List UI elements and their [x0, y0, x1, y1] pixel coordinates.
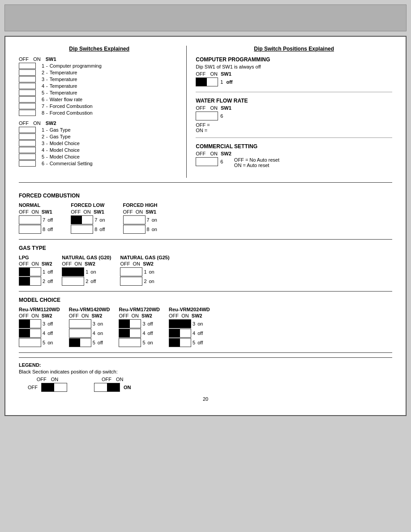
fc-forced-low: FORCED LOW OFF ON SW1	[71, 202, 105, 234]
fc-container: NORMAL OFF ON SW1	[19, 202, 392, 234]
sw1-dip-1	[19, 63, 36, 69]
commercial-dip	[196, 157, 218, 166]
water-sw-header: OFF ON SW1	[196, 105, 392, 111]
legend-on-word: ON	[124, 385, 131, 390]
legend-off-item: OFF ON OFF	[28, 377, 67, 392]
sw1-row-3: 3 - Temperature	[19, 76, 180, 82]
model-2024-name: Reu-VRM2024WD	[169, 307, 210, 312]
sw2-row-1: 1 - Gas Type	[19, 127, 180, 133]
g20-title: NATURAL GAS (G20)	[62, 255, 111, 260]
lpg-title: LPG	[19, 255, 53, 260]
page-number: 20	[19, 396, 392, 402]
sw1-row-1: 1 - Computer programming	[19, 63, 180, 69]
model-1120: Reu-VRM1120WD OFF ON SW2 3 off	[19, 307, 60, 347]
model-1720: Reu-VRM1720WD OFF ON SW2 3 off	[119, 307, 160, 347]
sw2-off-label: OFF	[19, 120, 29, 126]
sw1-row-2: 2 - Temperature	[19, 69, 180, 76]
left-column: Dip Switches Explained OFF ON SW1	[19, 46, 187, 178]
sw2-row-4: 4 - Model Choice	[19, 147, 180, 153]
computer-sub: Dip SW1 of SW1 is always off	[196, 64, 392, 69]
legend-sub: Black Section indicates position of dip …	[19, 369, 392, 374]
commercial-sw-row: 6	[196, 157, 231, 166]
sw2-row-5: 5 - Model Choice	[19, 154, 180, 160]
sw1-dip-2	[19, 69, 36, 76]
sw2-label: SW2	[46, 120, 56, 126]
model-1720-name: Reu-VRM1720WD	[119, 307, 160, 312]
model-2024: Reu-VRM2024WD OFF ON SW2 3 on	[169, 307, 210, 347]
sw1-dip-7	[19, 103, 36, 109]
fc-normal-title: NORMAL	[19, 202, 53, 208]
sw1-row-6: 6 - Water flow rate	[19, 96, 180, 103]
water-on-eq: ON =	[196, 128, 392, 133]
gas-type-title: GAS TYPE	[19, 245, 392, 251]
sw1-row-7: 7 - Forced Combustion	[19, 103, 180, 109]
sw1-header: OFF ON SW1	[19, 56, 180, 62]
sw2-row-6: 6 - Commercial Setting	[19, 160, 180, 167]
computer-val: off	[226, 79, 232, 85]
model-choice-title: MODEL CHOICE	[19, 297, 392, 303]
legend-on-off-label: OFF	[102, 377, 111, 382]
forced-combustion-title: FORCED COMBUSTION	[19, 193, 392, 199]
sw1-dip-4	[19, 83, 36, 89]
top-section: Dip Switches Explained OFF ON SW1	[19, 46, 392, 183]
water-flow-section: WATER FLOW RATE OFF ON SW1 6	[196, 98, 392, 138]
right-column: Dip Switch Positions Explained COMPUTER …	[187, 46, 392, 178]
legend-title: LEGEND:	[19, 362, 392, 368]
model-1420: Reu-VRM1420WD OFF ON SW2 3 on	[69, 307, 110, 347]
water-title: WATER FLOW RATE	[196, 98, 392, 104]
fc-low-title: FORCED LOW	[71, 202, 105, 208]
water-sw-row: 6	[196, 112, 392, 120]
sw1-dip-1-on	[27, 63, 35, 69]
gas-g25: NATURAL GAS (G25) OFF ON SW2 1 on	[120, 255, 169, 286]
right-title: Dip Switch Positions Explained	[196, 46, 392, 52]
sw1-row-5: 5 - Temperature	[19, 90, 180, 96]
commercial-section: COMMERCIAL SETTING OFF ON SW2	[196, 143, 392, 172]
gas-lpg: LPG OFF ON SW2 1 off	[19, 255, 53, 286]
legend-on-item: OFF ON ON	[94, 377, 131, 392]
model-1120-name: Reu-VRM1120WD	[19, 307, 60, 312]
computer-title: COMPUTER PROGRAMMING	[196, 56, 392, 63]
sw1-on-label: ON	[33, 56, 41, 62]
model-choice-container: Reu-VRM1120WD OFF ON SW2 3 off	[19, 307, 392, 347]
legend-off-word: OFF	[28, 385, 38, 390]
sw1-dip-6	[19, 96, 36, 103]
page-wrapper: Dip Switches Explained OFF ON SW1	[0, 0, 411, 532]
legend-off-on-label: ON	[51, 377, 59, 382]
main-content: Dip Switches Explained OFF ON SW1	[4, 36, 407, 416]
sw1-dip-5	[19, 90, 36, 96]
g25-title: NATURAL GAS (G25)	[120, 255, 169, 260]
computer-dip	[196, 77, 218, 86]
legend-on-on-label: ON	[116, 377, 124, 382]
sw1-dip-8	[19, 110, 36, 116]
fc-high-title: FORCED HIGH	[123, 202, 158, 208]
legend-items: OFF ON OFF	[28, 377, 392, 392]
computer-programming-section: COMPUTER PROGRAMMING Dip SW1 of SW1 is a…	[196, 56, 392, 92]
gas-g20: NATURAL GAS (G20) OFF ON SW2 1 on	[62, 255, 111, 286]
fc-forced-high: FORCED HIGH OFF ON SW1	[123, 202, 158, 234]
sw2-row-2: 2 - Gas Type	[19, 133, 180, 140]
header-bar	[4, 4, 407, 31]
water-dip	[196, 112, 218, 120]
sw1-dip-3	[19, 76, 36, 82]
commercial-sw-header: OFF ON SW2	[196, 151, 231, 156]
fc-normal: NORMAL OFF ON SW1	[19, 202, 53, 234]
legend-off-dip	[41, 383, 67, 392]
legend-on-dip	[94, 383, 120, 392]
sw2-header: OFF ON SW2	[19, 120, 180, 126]
gas-type-section: GAS TYPE LPG OFF ON SW2 1	[19, 240, 392, 292]
model-choice-section: MODEL CHOICE Reu-VRM1120WD OFF ON SW2 3	[19, 292, 392, 353]
legend-section: LEGEND: Black Section indicates position…	[19, 353, 392, 392]
commercial-on-desc: ON = Auto reset	[234, 163, 279, 168]
commercial-off-desc: OFF = No Auto reset	[234, 157, 279, 163]
sw2-on-label: ON	[33, 120, 41, 126]
sw1-row-4: 4 - Temperature	[19, 83, 180, 89]
computer-sw-row: 1 off	[196, 77, 392, 86]
left-title: Dip Switches Explained	[19, 46, 180, 52]
sw1-off-label: OFF	[19, 56, 29, 62]
forced-combustion-section: FORCED COMBUSTION NORMAL OFF ON SW1	[19, 187, 392, 240]
commercial-title: COMMERCIAL SETTING	[196, 143, 392, 150]
water-off-eq: OFF =	[196, 122, 392, 128]
sw1-group: OFF ON SW1 1 - Compute	[19, 56, 180, 116]
sw1-row-8: 8 - Forced Combustion	[19, 110, 180, 116]
sw1-label: SW1	[46, 56, 56, 62]
